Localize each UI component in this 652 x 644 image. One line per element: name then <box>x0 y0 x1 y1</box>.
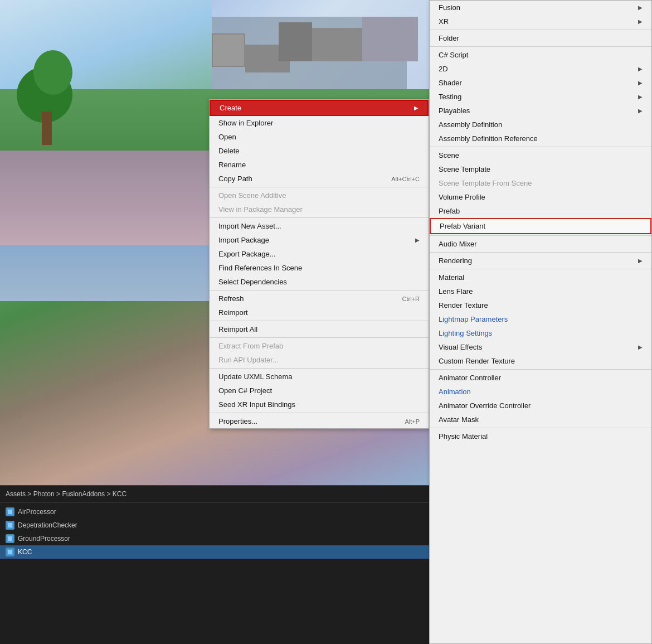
submenu-arrow: ▶ <box>638 344 643 350</box>
right-menu-item-scene-template-from-scene[interactable]: Scene Template From Scene <box>430 176 651 190</box>
menu-item-open-scene-additive[interactable]: Open Scene Additive <box>210 188 429 202</box>
menu-separator <box>210 337 429 338</box>
submenu-arrow: ▶ <box>638 66 643 72</box>
menu-separator <box>430 30 651 30</box>
right-menu-item-scene[interactable]: Scene <box>430 148 651 162</box>
menu-separator <box>210 290 429 290</box>
right-menu-item-lightmap-params[interactable]: Lightmap Parameters <box>430 312 651 326</box>
right-menu-item-folder[interactable]: Folder <box>430 31 651 45</box>
right-menu-item-assembly-def-ref[interactable]: Assembly Definition Reference <box>430 132 651 146</box>
menu-item-properties[interactable]: Properties... Alt+P <box>210 414 429 428</box>
right-menu-item-animator-override[interactable]: Animator Override Controller <box>430 399 651 413</box>
context-menu-left: Create ▶ Show in Explorer Open Delete Re… <box>209 99 429 429</box>
asset-list: AirProcessor DepetrationChecker GroundPr… <box>0 503 429 561</box>
submenu-arrow: ▶ <box>638 258 643 264</box>
asset-icon <box>6 521 14 530</box>
right-menu-item-2d[interactable]: 2D ▶ <box>430 62 651 76</box>
menu-separator <box>210 187 429 187</box>
menu-item-run-api-updater[interactable]: Run API Updater... <box>210 353 429 367</box>
breadcrumb: Assets > Photon > FusionAddons > KCC <box>0 486 429 503</box>
submenu-arrow: ▶ <box>638 80 643 86</box>
svg-rect-1 <box>8 510 12 514</box>
submenu-arrow: ▶ <box>638 18 643 25</box>
right-menu-item-lens-flare[interactable]: Lens Flare <box>430 284 651 298</box>
menu-separator <box>430 252 651 253</box>
menu-separator <box>430 235 651 236</box>
menu-separator <box>430 46 651 47</box>
bottom-panel: Assets > Photon > FusionAddons > KCC Air… <box>0 485 429 644</box>
right-menu-item-audio-mixer[interactable]: Audio Mixer <box>430 237 651 251</box>
right-menu-item-custom-render-texture[interactable]: Custom Render Texture <box>430 354 651 368</box>
menu-item-create[interactable]: Create ▶ <box>210 100 429 116</box>
right-menu-item-visual-effects[interactable]: Visual Effects ▶ <box>430 340 651 354</box>
right-menu-item-assembly-def[interactable]: Assembly Definition <box>430 118 651 132</box>
right-menu-item-render-texture[interactable]: Render Texture <box>430 298 651 312</box>
menu-separator <box>210 217 429 218</box>
menu-item-open-csharp[interactable]: Open C# Project <box>210 384 429 398</box>
right-menu-item-xr[interactable]: XR ▶ <box>430 14 651 28</box>
menu-separator <box>430 269 651 269</box>
menu-item-delete[interactable]: Delete <box>210 144 429 158</box>
list-item[interactable]: GroundProcessor <box>0 532 429 545</box>
right-menu-item-animator-controller[interactable]: Animator Controller <box>430 371 651 385</box>
menu-separator <box>430 428 651 428</box>
list-item[interactable]: AirProcessor <box>0 505 429 519</box>
list-item-selected[interactable]: KCC <box>0 545 429 559</box>
menu-item-show-explorer[interactable]: Show in Explorer <box>210 116 429 130</box>
menu-item-seed-xr[interactable]: Seed XR Input Bindings <box>210 398 429 411</box>
menu-item-open[interactable]: Open <box>210 130 429 144</box>
menu-item-extract-from-prefab[interactable]: Extract From Prefab <box>210 339 429 353</box>
menu-item-reimport[interactable]: Reimport <box>210 306 429 319</box>
menu-item-export-package[interactable]: Export Package... <box>210 247 429 261</box>
right-menu-item-prefab[interactable]: Prefab <box>430 204 651 218</box>
asset-icon <box>6 534 14 543</box>
menu-item-rename[interactable]: Rename <box>210 158 429 172</box>
right-menu-item-prefab-variant[interactable]: Prefab Variant <box>430 218 651 234</box>
asset-icon <box>6 507 14 516</box>
menu-separator <box>210 413 429 413</box>
submenu-arrow: ▶ <box>415 237 420 243</box>
menu-item-select-dependencies[interactable]: Select Dependencies <box>210 275 429 289</box>
right-menu-item-playables[interactable]: Playables ▶ <box>430 104 651 118</box>
submenu-arrow: ▶ <box>638 4 643 11</box>
menu-item-view-package-manager[interactable]: View in Package Manager <box>210 202 429 216</box>
right-menu-item-avatar-mask[interactable]: Avatar Mask <box>430 413 651 427</box>
right-menu-item-shader[interactable]: Shader ▶ <box>430 76 651 90</box>
menu-item-find-references[interactable]: Find References In Scene <box>210 261 429 275</box>
svg-rect-7 <box>8 550 12 554</box>
menu-item-update-uxml[interactable]: Update UXML Schema <box>210 370 429 384</box>
menu-separator <box>430 147 651 147</box>
right-menu-item-material[interactable]: Material <box>430 270 651 284</box>
menu-item-import-package[interactable]: Import Package ▶ <box>210 233 429 247</box>
right-menu-item-csharp[interactable]: C# Script <box>430 48 651 62</box>
right-menu-item-fusion[interactable]: Fusion ▶ <box>430 1 651 14</box>
right-menu-item-lighting-settings[interactable]: Lighting Settings <box>430 326 651 340</box>
submenu-arrow: ▶ <box>638 108 643 114</box>
menu-item-refresh[interactable]: Refresh Ctrl+R <box>210 292 429 306</box>
submenu-arrow: ▶ <box>414 105 419 111</box>
submenu-arrow: ▶ <box>638 94 643 100</box>
right-menu-item-rendering[interactable]: Rendering ▶ <box>430 254 651 268</box>
svg-rect-5 <box>8 536 12 541</box>
list-item[interactable]: DepetrationChecker <box>0 519 429 532</box>
menu-item-copy-path[interactable]: Copy Path Alt+Ctrl+C <box>210 172 429 186</box>
right-menu-item-scene-template[interactable]: Scene Template <box>430 162 651 176</box>
menu-separator <box>210 368 429 369</box>
menu-item-reimport-all[interactable]: Reimport All <box>210 322 429 336</box>
right-menu-item-physic-material[interactable]: Physic Material <box>430 429 651 443</box>
svg-rect-3 <box>8 523 12 527</box>
right-menu-item-volume-profile[interactable]: Volume Profile <box>430 190 651 204</box>
right-menu-item-animation[interactable]: Animation <box>430 385 651 399</box>
menu-item-import-new-asset[interactable]: Import New Asset... <box>210 219 429 233</box>
menu-separator <box>210 321 429 321</box>
asset-icon <box>6 548 14 556</box>
menu-separator <box>430 369 651 370</box>
context-menu-right: Fusion ▶ XR ▶ Folder C# Script 2D ▶ Shad… <box>429 0 652 644</box>
right-menu-item-testing[interactable]: Testing ▶ <box>430 90 651 104</box>
